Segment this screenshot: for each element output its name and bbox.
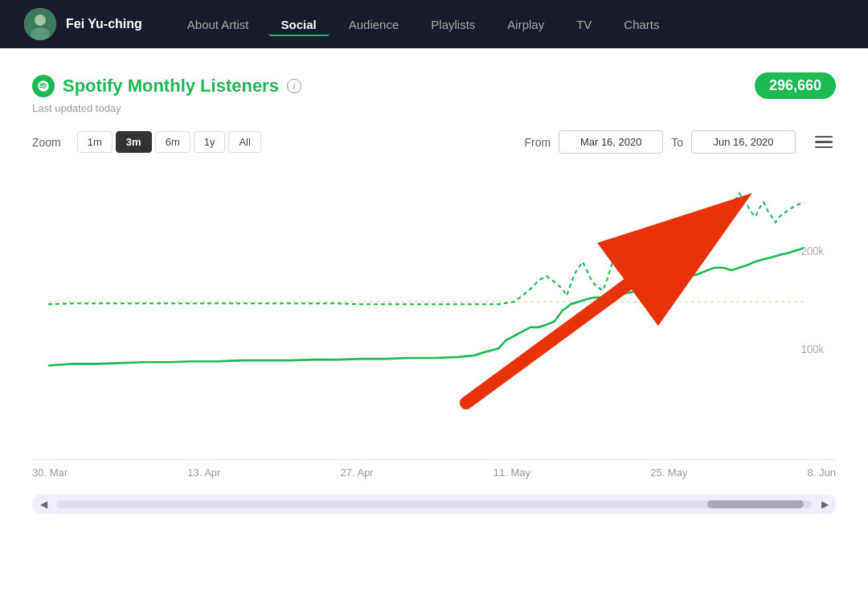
nav-audience[interactable]: Audience [336, 13, 412, 36]
section-title: Spotify Monthly Listeners [63, 76, 279, 97]
main-content: Spotify Monthly Listeners i 296,660 Last… [0, 48, 868, 592]
nav-charts[interactable]: Charts [611, 13, 672, 36]
navbar: Fei Yu-ching About Artist Social Audienc… [0, 0, 868, 48]
chart-scrollbar[interactable]: ◀ ▶ [32, 495, 836, 514]
info-icon[interactable]: i [287, 79, 301, 93]
nav-social[interactable]: Social [268, 13, 330, 36]
zoom-1m[interactable]: 1m [77, 131, 113, 153]
zoom-3m[interactable]: 3m [116, 131, 152, 153]
x-label-4: 11. May [493, 467, 530, 479]
svg-point-1 [35, 14, 46, 26]
svg-text:100k: 100k [801, 343, 824, 355]
last-updated-text: Last updated today [32, 102, 836, 114]
scroll-left-arrow[interactable]: ◀ [35, 495, 51, 514]
chart-svg: 200k 100k [32, 170, 836, 459]
x-label-2: 13. Apr [187, 467, 220, 479]
x-label-3: 27. Apr [341, 467, 374, 479]
chart-container: 200k 100k [32, 170, 836, 459]
brand: Fei Yu-ching [24, 8, 142, 40]
svg-text:200k: 200k [801, 245, 824, 257]
nav-about-artist[interactable]: About Artist [174, 13, 262, 36]
scroll-thumb[interactable] [707, 500, 804, 508]
nav-links: About Artist Social Audience Playlists A… [174, 13, 844, 36]
artist-avatar [24, 8, 56, 40]
artist-name: Fei Yu-ching [66, 17, 142, 31]
chart-menu-icon[interactable] [812, 133, 836, 152]
to-label: To [671, 136, 683, 149]
spotify-icon [32, 75, 55, 97]
zoom-all[interactable]: All [228, 131, 260, 153]
zoom-buttons: 1m 3m 6m 1y All [77, 131, 261, 153]
x-label-1: 30. Mar [32, 467, 68, 479]
from-date-input[interactable] [559, 130, 663, 154]
count-badge: 296,660 [755, 72, 836, 99]
title-group: Spotify Monthly Listeners i [32, 75, 301, 97]
x-axis-labels: 30. Mar 13. Apr 27. Apr 11. May 25. May … [32, 459, 836, 479]
zoom-label: Zoom [32, 136, 61, 149]
svg-point-2 [31, 27, 50, 40]
scroll-track [56, 500, 812, 508]
nav-tv[interactable]: TV [563, 13, 604, 36]
x-label-5: 25. May [650, 467, 687, 479]
nav-airplay[interactable]: Airplay [494, 13, 557, 36]
to-date-input[interactable] [691, 130, 796, 154]
section-header: Spotify Monthly Listeners i 296,660 [32, 72, 836, 99]
zoom-6m[interactable]: 6m [155, 131, 190, 153]
date-controls: From To [525, 130, 796, 154]
x-label-6: 8. Jun [808, 467, 836, 479]
controls-row: Zoom 1m 3m 6m 1y All From To [32, 130, 836, 154]
from-label: From [525, 136, 551, 149]
scroll-right-arrow[interactable]: ▶ [817, 495, 833, 514]
nav-playlists[interactable]: Playlists [418, 13, 488, 36]
zoom-1y[interactable]: 1y [194, 131, 226, 153]
